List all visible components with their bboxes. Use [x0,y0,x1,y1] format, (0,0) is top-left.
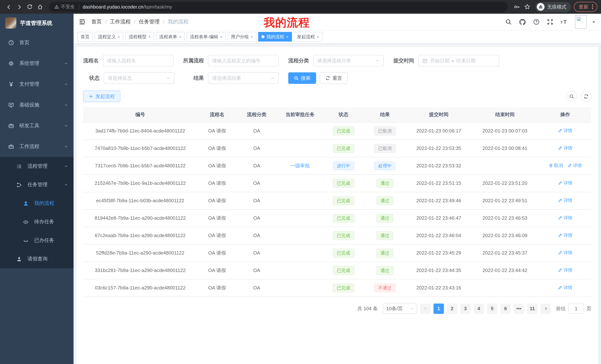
chevron-down-icon [166,76,170,80]
cell-id: 2152467e-7b9b-11ec-9a1b-acde48001122 [83,174,197,192]
next-page-button[interactable] [541,303,551,314]
detail-link[interactable]: 详情 [567,163,582,169]
table-row: 2152467e-7b9b-11ec-9a1b-acde48001122 OA … [83,174,591,192]
tab-process-definition[interactable]: 流程定义× [95,32,123,42]
app-logo[interactable]: 芋道管理系统 [0,14,74,32]
address-bar[interactable]: 不安全 dashboard.yudao.iocoder.cn/bpm/task/… [49,2,508,12]
status-badge: 已完成 [333,283,354,292]
page-number[interactable]: 2 [447,303,457,314]
page-number[interactable]: 6 [500,303,511,314]
detail-link[interactable]: 详情 [558,145,572,151]
process-name-input[interactable] [103,55,173,67]
detail-link[interactable]: 详情 [558,285,572,291]
back-icon[interactable] [4,2,14,12]
sidebar-item-system[interactable]: 系统管理 [0,53,74,74]
reload-icon[interactable] [25,2,35,12]
detail-link[interactable]: 详情 [558,215,572,221]
parent-process-input[interactable] [208,55,279,67]
more-pages-button[interactable]: ••• [514,303,524,314]
detail-link[interactable]: 详情 [558,232,572,239]
sidebar-item-workflow[interactable]: 工作流程 [0,136,74,157]
home-icon[interactable] [35,2,45,12]
sidebar-item-process-mgmt[interactable]: 流程管理 [0,157,74,175]
close-icon[interactable]: × [220,35,222,39]
submit-time-range-picker[interactable]: 开始日期 - 结束日期 [418,55,499,67]
prev-page-button[interactable] [420,303,431,314]
cancel-link[interactable]: 取消 [549,163,563,169]
detail-link[interactable]: 详情 [558,267,572,273]
result-select[interactable]: 请选择流结果 [208,72,279,84]
page-number[interactable]: 4 [474,303,484,314]
cell-id: 7317cec6-7b9b-11ec-b5b7-acde48001122 [83,157,197,174]
status-select[interactable]: 请选择状态 [104,72,174,84]
breadcrumb-item[interactable]: 任务管理 [139,19,160,25]
show-search-button[interactable] [566,91,577,102]
sidebar-item-leave-query[interactable]: 请假查询 [0,250,74,268]
help-icon[interactable] [533,19,540,25]
password-key-icon[interactable] [511,2,522,12]
close-icon[interactable]: × [148,35,151,39]
close-icon[interactable]: × [118,35,120,39]
insecure-warning[interactable]: 不安全 [54,4,75,10]
close-icon[interactable]: × [317,35,319,39]
goto-page-input[interactable] [568,304,584,314]
page-number[interactable]: 11 [527,303,538,314]
sidebar-item-label: 任务管理 [28,182,64,188]
tab-my-process[interactable]: 我的流程× [258,32,292,42]
table-row: 03c6c157-7b9a-11ec-a290-acde48001122 OA … [83,279,591,297]
incognito-badge[interactable]: 无痕模式 [535,2,571,12]
search-icon[interactable] [505,19,512,25]
tab-process-form-edit[interactable]: 流程表单-编辑× [187,32,226,42]
bookmark-star-icon[interactable] [522,2,532,12]
page-number[interactable]: 5 [487,303,497,314]
chevron-down-icon [410,307,414,310]
caret-down-icon[interactable] [592,20,596,24]
table-row: 7470a810-7b9b-11ec-b5b7-acde48001122 OA … [83,140,591,157]
cell-id: ec45f38f-7b9a-11ec-b03b-acde48001122 [83,192,197,209]
breadcrumb-item[interactable]: 工作流程 [110,19,131,25]
close-icon[interactable]: × [286,35,289,39]
detail-link[interactable]: 详情 [558,250,572,256]
sidebar-item-pay[interactable]: 支付管理 [0,74,74,95]
sidebar-item-devtools[interactable]: 研发工具 [0,115,74,136]
avatar[interactable] [575,15,587,29]
page-number[interactable]: 3 [460,303,471,314]
breadcrumb-item[interactable]: 首页 [91,19,102,25]
forward-icon[interactable] [14,2,25,12]
sidebar-item-label: 工作流程 [19,143,64,150]
cell-id: 331bc281-7b9a-11ec-a290-acde48001122 [83,262,197,279]
detail-link[interactable]: 详情 [558,180,572,186]
sidebar-item-home[interactable]: 首页 [0,32,74,53]
tab-home[interactable]: 首页 [77,32,93,42]
github-icon[interactable] [519,18,526,25]
sidebar-item-task-mgmt[interactable]: 任务管理 [0,175,74,194]
detail-link[interactable]: 详情 [558,197,572,204]
briefcase-icon [8,144,14,150]
fullscreen-icon[interactable] [547,19,553,25]
status-badge: 已完成 [333,231,354,240]
page-size-select[interactable]: 10条/页 [383,303,417,314]
sidebar-item-todo-tasks[interactable]: 待办任务 [0,213,74,231]
reset-button[interactable]: 重置 [320,72,348,84]
category-select[interactable]: 请选择流程分类 [313,55,384,67]
browser-menu-icon[interactable] [592,4,593,9]
tab-process-form[interactable]: 流程表单× [156,32,185,42]
sidebar-item-done-tasks[interactable]: 已办任务 [0,231,74,250]
current-task-link[interactable]: 一级审批 [290,163,310,168]
create-process-button[interactable]: 发起流程 [83,91,120,102]
sidebar-item-infra[interactable]: 基础设施 [0,95,74,115]
tab-process-model[interactable]: 流程模型× [125,32,154,42]
tab-start-process[interactable]: 发起流程× [294,32,322,42]
search-button[interactable]: 搜索 [288,72,316,84]
sidebar-item-my-process[interactable]: 我的流程 [0,194,74,213]
sidebar-collapse-icon[interactable] [79,19,85,25]
refresh-table-button[interactable] [581,91,591,102]
page-number[interactable]: 1 [433,303,444,314]
font-size-icon[interactable]: TT [561,19,568,25]
column-header: 结束时间 [471,107,539,122]
close-icon[interactable]: × [251,35,253,39]
close-icon[interactable]: × [179,35,181,39]
update-button[interactable]: 更新 [574,2,597,12]
tab-user-group[interactable]: 用户分组× [228,32,257,42]
detail-link[interactable]: 详情 [558,128,572,134]
